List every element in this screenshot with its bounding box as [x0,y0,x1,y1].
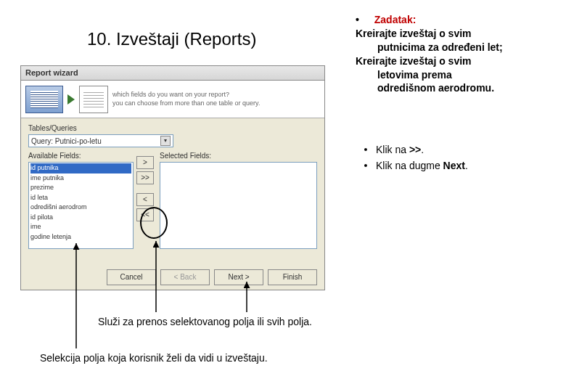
text-bold: >> [409,144,421,155]
task-line: putnicima za određeni let; [356,41,551,54]
selected-fields-label: Selected Fields: [160,152,317,160]
move-all-left-button[interactable]: << [136,208,154,221]
cancel-button[interactable]: Cancel [107,269,156,285]
text: . [465,160,468,171]
combo-value: Query: Putnici-po-letu [31,137,102,145]
wizard-footer: Cancel < Back Next > Finish [107,269,317,285]
move-right-button[interactable]: > [136,156,154,169]
text: . [421,144,424,155]
report-icon [25,86,63,113]
list-item[interactable]: godine letenja [30,232,131,242]
tables-queries-combo[interactable]: Query: Putnici-po-letu ▾ [28,134,173,147]
wizard-titlebar: Report wizard [21,66,324,81]
text-bold: Next [443,160,465,171]
chevron-down-icon[interactable]: ▾ [160,136,171,146]
task-line: letovima prema [356,68,551,82]
task-label: Zadatak: [374,14,417,25]
move-all-right-button[interactable]: >> [136,171,154,184]
finish-button[interactable]: Finish [268,269,317,285]
list-item[interactable]: ime [30,222,131,232]
task-line: odredišnom aerodromu. [356,81,551,95]
caption-transfer: Služi za prenos selektovanog polja ili s… [98,316,312,327]
list-item[interactable]: id leta [30,193,131,203]
text: Klik na [376,144,409,155]
page-icon [79,86,108,113]
list-item[interactable]: id putnika [30,163,131,173]
text: Klik na dugme [376,160,443,171]
tables-queries-label: Tables/Queries [28,124,317,132]
list-item[interactable]: id pilota [30,213,131,223]
caption-select: Selekcija polja koja korisnik želi da vi… [40,352,268,364]
selected-fields-listbox[interactable] [160,162,317,249]
slide-title: 10. Izveštaji (Reports) [87,29,256,49]
report-wizard-dialog: Report wizard which fields do you want o… [20,65,325,290]
wizard-header: which fields do you want on your report?… [21,81,324,118]
wizard-header-text: which fields do you want on your report?… [112,91,320,107]
text: which fields do you want on your report? [112,91,320,99]
click-instructions: •Klik na >>. •Klik na dugme Next. [356,142,468,174]
move-left-button[interactable]: < [136,193,154,206]
available-fields-listbox[interactable]: id putnikaime putnikaprezimeid letaodred… [28,162,134,249]
back-button[interactable]: < Back [160,269,210,285]
task-line: Kreirajte izveštaj o svim [356,27,551,41]
list-item[interactable]: prezime [30,183,131,193]
next-button[interactable]: Next > [214,269,263,285]
available-fields-label: Available Fields: [28,152,134,160]
task-line: Kreirajte izveštaj o svim [356,54,551,68]
text: you can choose from more than one table … [112,99,320,108]
list-item[interactable]: odredišni aerodrom [30,203,131,213]
list-item[interactable]: ime putnika [30,173,131,184]
task-block: • Zadatak: Kreirajte izveštaj o svim put… [356,13,551,95]
arrow-icon [67,94,75,105]
wizard-body: Tables/Queries Query: Putnici-po-letu ▾ … [21,118,324,255]
transfer-buttons: > >> < << [136,152,157,249]
